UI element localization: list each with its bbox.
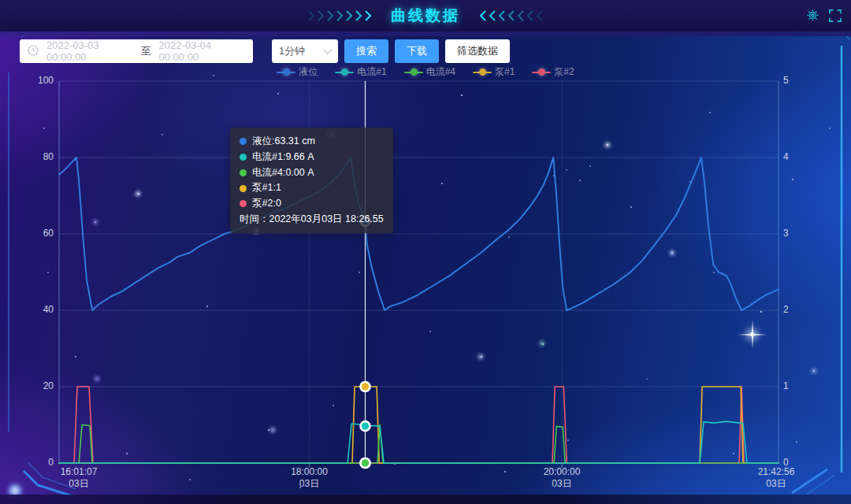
legend-item-current-1[interactable]: 电流#1 bbox=[335, 65, 386, 79]
y-tick-label: 3 bbox=[783, 228, 807, 239]
legend-item-pump-1[interactable]: 泵#1 bbox=[473, 65, 515, 79]
legend-marker bbox=[277, 72, 295, 73]
filter-data-button[interactable]: 筛选数据 bbox=[445, 39, 510, 63]
interval-value: 1分钟 bbox=[279, 44, 305, 58]
y-tick-label: 40 bbox=[24, 304, 54, 315]
chart-legend: 液位 电流#1 电流#4 泵#1 泵#2 bbox=[0, 65, 851, 79]
header-accent-band bbox=[0, 32, 851, 36]
series-dot bbox=[240, 169, 247, 176]
x-tick-label: 21:42:5603日 bbox=[741, 466, 812, 490]
search-button[interactable]: 搜索 bbox=[344, 39, 388, 63]
y-tick-label: 5 bbox=[783, 75, 807, 86]
gear-icon[interactable] bbox=[806, 9, 819, 22]
download-button[interactable]: 下载 bbox=[395, 39, 439, 63]
x-tick-label: 18:00:0003日 bbox=[274, 466, 345, 490]
date-start-value: 2022-03-03 00:00:00 bbox=[46, 39, 133, 63]
date-range-separator: 至 bbox=[141, 44, 151, 58]
y-tick-label: 100 bbox=[24, 75, 54, 86]
legend-item-liquid-level[interactable]: 液位 bbox=[277, 65, 318, 79]
clock-icon bbox=[28, 45, 39, 58]
legend-marker bbox=[335, 72, 354, 73]
y-tick-label: 80 bbox=[24, 151, 54, 162]
tooltip-time: 时间：2022年03月03日 18:26.55 bbox=[240, 212, 384, 228]
legend-item-current-4[interactable]: 电流#4 bbox=[404, 65, 455, 79]
datetime-range-input[interactable]: 2022-03-03 00:00:00 至 2022-03-04 00:00:0… bbox=[20, 39, 253, 63]
y-tick-label: 2 bbox=[783, 304, 807, 315]
y-tick-label: 4 bbox=[783, 151, 807, 162]
bottom-edge bbox=[0, 495, 851, 504]
tooltip-row: 电流#1:9.66 A bbox=[240, 150, 384, 165]
x-tick-label: 20:00:0003日 bbox=[526, 466, 597, 490]
y-tick-label: 1 bbox=[783, 380, 807, 391]
series-dot bbox=[240, 200, 247, 207]
tooltip-row: 泵#2:0 bbox=[240, 196, 384, 212]
tooltip-row: 泵#1:1 bbox=[240, 180, 384, 196]
y-tick-label: 20 bbox=[24, 380, 54, 391]
fullscreen-icon[interactable] bbox=[829, 9, 842, 22]
date-end-value: 2022-03-04 00:00:00 bbox=[159, 39, 246, 63]
page-header: 曲线数据 bbox=[0, 0, 851, 32]
legend-item-pump-2[interactable]: 泵#2 bbox=[532, 65, 574, 79]
page-title: 曲线数据 bbox=[391, 6, 460, 26]
title-chevrons-right bbox=[476, 10, 544, 21]
y-tick-label: 60 bbox=[24, 228, 54, 239]
chevron-down-icon bbox=[323, 45, 332, 54]
chart-tooltip: 液位:63.31 cm 电流#1:9.66 A 电流#4:0.00 A 泵#1:… bbox=[230, 128, 393, 233]
series-dot bbox=[240, 185, 247, 192]
legend-marker bbox=[532, 72, 551, 73]
title-chevrons-left bbox=[307, 10, 375, 21]
series-dot bbox=[240, 138, 247, 145]
series-dot bbox=[240, 154, 247, 161]
x-tick-label: 16:01:0703日 bbox=[43, 466, 114, 490]
legend-marker bbox=[473, 72, 492, 73]
dashboard: 曲线数据 bbox=[0, 0, 851, 504]
toolbar: 2022-03-03 00:00:00 至 2022-03-04 00:00:0… bbox=[20, 39, 510, 63]
tooltip-row: 电流#4:0.00 A bbox=[240, 165, 384, 181]
interval-select[interactable]: 1分钟 bbox=[272, 39, 338, 63]
legend-marker bbox=[404, 72, 423, 73]
tooltip-row: 液位:63.31 cm bbox=[240, 134, 384, 150]
